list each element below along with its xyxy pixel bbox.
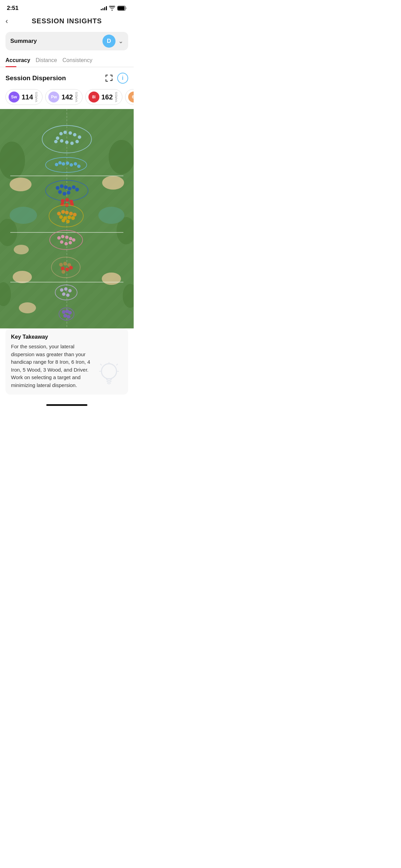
svg-point-41 xyxy=(62,162,65,166)
tab-consistency[interactable]: Consistency xyxy=(62,54,98,67)
svg-point-102 xyxy=(67,315,71,319)
svg-point-49 xyxy=(64,185,68,189)
status-bar: 2:51 xyxy=(0,0,134,14)
svg-point-32 xyxy=(56,136,59,140)
club-unit-8i: YARDS xyxy=(115,92,118,102)
svg-point-64 xyxy=(61,210,65,214)
summary-label: Summary xyxy=(10,38,102,45)
svg-point-45 xyxy=(77,165,81,168)
lightbulb-icon xyxy=(95,334,123,389)
svg-point-71 xyxy=(71,216,75,220)
svg-point-53 xyxy=(58,190,62,194)
svg-point-63 xyxy=(57,212,61,216)
svg-point-79 xyxy=(72,238,75,242)
club-badge-pw: Pw xyxy=(48,92,59,103)
club-badge-sw: Sw xyxy=(9,92,20,103)
tab-bar: Accuracy Distance Consistency xyxy=(0,54,134,67)
page-title: SESSION INSIGHTS xyxy=(32,17,102,25)
svg-point-88 xyxy=(65,268,69,272)
svg-point-76 xyxy=(61,235,64,238)
svg-point-48 xyxy=(60,184,64,188)
wifi-icon xyxy=(109,6,115,11)
svg-point-73 xyxy=(66,220,70,224)
club-distance-pw: 142 xyxy=(61,93,73,101)
club-distance-8i: 162 xyxy=(101,93,113,101)
svg-point-37 xyxy=(54,140,58,143)
svg-rect-1 xyxy=(118,7,125,10)
svg-point-72 xyxy=(62,219,65,222)
svg-point-33 xyxy=(60,139,63,143)
club-pill-pw[interactable]: Pw 142 YARDS xyxy=(45,89,82,105)
svg-point-54 xyxy=(63,192,66,196)
svg-point-66 xyxy=(69,212,73,216)
svg-point-77 xyxy=(65,236,69,239)
dispersion-map: 250 200 150 xyxy=(0,109,134,328)
club-pill-6i[interactable]: 6i 184 YARDS xyxy=(125,89,134,105)
svg-point-12 xyxy=(102,176,124,190)
svg-point-17 xyxy=(10,207,37,224)
svg-point-13 xyxy=(13,271,32,283)
svg-point-82 xyxy=(69,241,72,244)
svg-point-50 xyxy=(68,187,72,191)
takeaway-text-col: Key Takeaway For the session, your later… xyxy=(11,334,95,389)
home-bar xyxy=(46,404,87,406)
svg-point-44 xyxy=(74,162,77,166)
svg-point-57 xyxy=(65,198,69,202)
svg-point-90 xyxy=(62,270,65,274)
tab-accuracy[interactable]: Accuracy xyxy=(5,54,36,67)
battery-icon xyxy=(117,6,127,11)
svg-point-29 xyxy=(69,131,72,135)
svg-point-40 xyxy=(58,161,62,165)
svg-point-84 xyxy=(59,263,63,267)
svg-point-5 xyxy=(0,142,25,179)
svg-point-16 xyxy=(14,245,29,254)
svg-point-55 xyxy=(67,191,71,195)
tab-distance[interactable]: Distance xyxy=(36,54,62,67)
svg-point-96 xyxy=(66,293,70,297)
back-button[interactable]: ‹ xyxy=(5,17,8,26)
summary-selector[interactable]: Summary D ⌄ xyxy=(5,32,128,50)
svg-point-27 xyxy=(59,132,63,135)
svg-point-92 xyxy=(60,288,63,292)
svg-point-65 xyxy=(65,211,69,215)
takeaway-title: Key Takeaway xyxy=(11,334,95,340)
svg-point-80 xyxy=(60,240,63,244)
user-avatar: D xyxy=(102,35,116,48)
status-icons xyxy=(101,6,127,11)
svg-point-100 xyxy=(68,311,72,315)
svg-line-106 xyxy=(117,364,118,365)
svg-point-51 xyxy=(72,185,76,189)
svg-point-56 xyxy=(61,199,65,203)
section-actions: i xyxy=(104,73,128,84)
takeaway-card: Key Takeaway For the session, your later… xyxy=(5,328,128,395)
svg-point-43 xyxy=(70,163,73,167)
club-pill-8i[interactable]: 8i 162 YARDS xyxy=(85,89,122,105)
svg-point-47 xyxy=(56,186,60,190)
svg-point-52 xyxy=(75,188,79,192)
section-header: Session Dispersion i xyxy=(0,67,134,86)
svg-point-28 xyxy=(63,131,67,134)
svg-point-6 xyxy=(109,140,134,174)
svg-point-14 xyxy=(102,273,121,285)
svg-point-36 xyxy=(75,140,79,143)
svg-point-35 xyxy=(70,142,74,145)
club-distance-sw: 114 xyxy=(22,93,33,101)
club-badge-8i: 8i xyxy=(88,92,99,103)
svg-point-81 xyxy=(64,242,68,245)
svg-point-78 xyxy=(69,237,72,240)
svg-point-34 xyxy=(65,141,69,144)
svg-point-103 xyxy=(101,364,117,379)
svg-point-31 xyxy=(78,135,81,139)
svg-point-98 xyxy=(62,310,66,314)
svg-point-11 xyxy=(10,178,32,191)
svg-point-70 xyxy=(68,216,71,219)
info-button[interactable]: i xyxy=(117,73,128,84)
club-badge-6i: 6i xyxy=(128,92,134,103)
club-pill-sw[interactable]: Sw 114 YARDS xyxy=(5,89,42,105)
home-indicator xyxy=(0,401,134,407)
svg-point-93 xyxy=(64,287,68,291)
svg-point-94 xyxy=(68,289,72,292)
svg-line-105 xyxy=(100,364,101,365)
svg-point-15 xyxy=(19,302,36,313)
fullscreen-button[interactable] xyxy=(104,73,114,83)
